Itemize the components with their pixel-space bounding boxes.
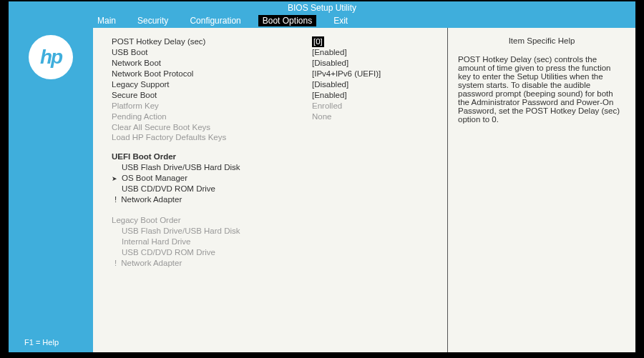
setting-label: Platform Key: [112, 101, 312, 111]
setting-row[interactable]: Secure Boot[Enabled]: [112, 90, 434, 101]
setting-row[interactable]: Network Boot Protocol[IPv4+IPv6 (UEFI)]: [112, 69, 434, 79]
uefi-boot-item[interactable]: Network Adapter: [112, 194, 434, 205]
setting-row[interactable]: Network Boot[Disabled]: [112, 58, 434, 69]
setting-label: Network Boot: [112, 58, 312, 69]
main-area: hp F1 = Help POST Hotkey Delay (sec)[0]U…: [9, 28, 635, 352]
setting-label: Secure Boot: [112, 90, 312, 101]
bios-window: BIOS Setup Utility MainSecurityConfigura…: [9, 1, 635, 352]
menu-tab-configuration[interactable]: Configuration: [185, 15, 245, 26]
setting-row: Load HP Factory Defaults Keys: [112, 132, 434, 143]
menu-tab-exit[interactable]: Exit: [329, 15, 352, 26]
menu-tab-boot-options[interactable]: Boot Options: [258, 15, 316, 26]
bios-title: BIOS Setup Utility: [9, 1, 635, 14]
setting-label: Network Boot Protocol: [112, 69, 312, 79]
setting-row[interactable]: USB Boot[Enabled]: [112, 47, 434, 58]
uefi-boot-item[interactable]: USB CD/DVD ROM Drive: [112, 184, 434, 194]
setting-label: POST Hotkey Delay (sec): [112, 36, 312, 47]
sidebar: hp F1 = Help: [9, 28, 93, 352]
legacy-boot-item: Network Adapter: [112, 258, 434, 269]
help-text: POST Hotkey Delay (sec) controls the amo…: [458, 55, 625, 124]
setting-label: Clear All Secure Boot Keys: [112, 122, 312, 133]
uefi-boot-item[interactable]: USB Flash Drive/USB Hard Disk: [112, 162, 434, 173]
setting-value: [IPv4+IPv6 (UEFI)]: [312, 69, 381, 79]
setting-value: None: [312, 111, 332, 122]
settings-panel: POST Hotkey Delay (sec)[0]USB Boot[Enabl…: [93, 28, 448, 352]
legacy-boot-item: USB Flash Drive/USB Hard Disk: [112, 226, 434, 237]
help-heading: Item Specific Help: [458, 36, 625, 45]
menu-bar: MainSecurityConfigurationBoot OptionsExi…: [9, 14, 635, 28]
uefi-boot-item[interactable]: OS Boot Manager: [112, 173, 434, 184]
setting-value: Enrolled: [312, 101, 342, 111]
setting-label: Pending Action: [112, 111, 312, 122]
legacy-boot-item: USB CD/DVD ROM Drive: [112, 247, 434, 258]
setting-label: Load HP Factory Defaults Keys: [112, 132, 312, 143]
footer-help: F1 = Help: [9, 338, 59, 347]
setting-row[interactable]: Legacy Support[Disabled]: [112, 79, 434, 90]
menu-tab-main[interactable]: Main: [93, 15, 120, 26]
setting-value: [0]: [312, 36, 324, 47]
setting-value: [Disabled]: [312, 79, 348, 90]
setting-row: Clear All Secure Boot Keys: [112, 122, 434, 133]
menu-tab-security[interactable]: Security: [133, 15, 172, 26]
setting-row[interactable]: POST Hotkey Delay (sec)[0]: [112, 36, 434, 47]
legacy-boot-order-header: Legacy Boot Order: [112, 215, 434, 226]
setting-row: Pending ActionNone: [112, 111, 434, 122]
uefi-boot-order-header: UEFI Boot Order: [112, 151, 434, 162]
setting-value: [Disabled]: [312, 58, 348, 69]
setting-row: Platform KeyEnrolled: [112, 101, 434, 111]
help-panel: Item Specific Help POST Hotkey Delay (se…: [448, 28, 635, 352]
setting-value: [Enabled]: [312, 90, 347, 101]
content-panel: POST Hotkey Delay (sec)[0]USB Boot[Enabl…: [93, 28, 635, 352]
setting-label: USB Boot: [112, 47, 312, 58]
setting-value: [Enabled]: [312, 47, 347, 58]
setting-label: Legacy Support: [112, 79, 312, 90]
hp-logo-icon: hp: [29, 35, 73, 79]
legacy-boot-item: Internal Hard Drive: [112, 237, 434, 247]
